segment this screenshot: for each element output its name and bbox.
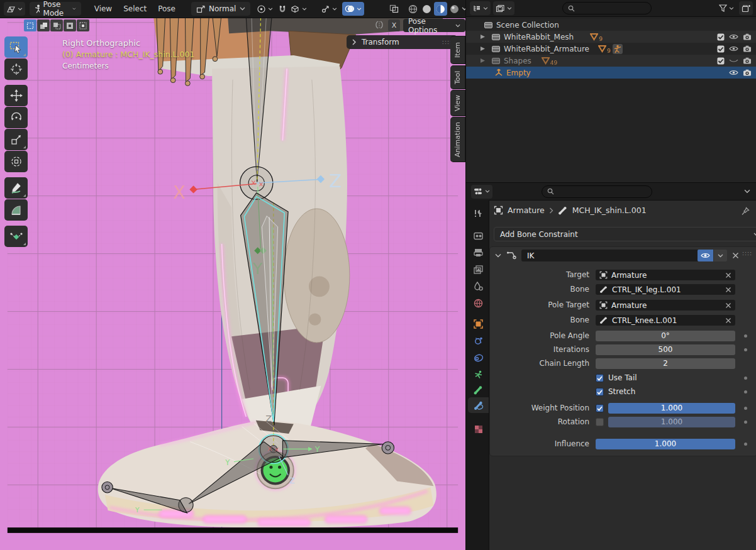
outliner-search-input[interactable] (562, 2, 652, 14)
tool-annotate[interactable] (4, 177, 28, 199)
toggle-xray-button[interactable] (387, 2, 401, 16)
pivot-point-button[interactable] (254, 2, 275, 16)
eye-icon[interactable] (729, 45, 738, 52)
tab-bone[interactable] (468, 382, 489, 398)
rotation-checkbox[interactable] (596, 418, 604, 426)
properties-search-input[interactable] (542, 185, 652, 198)
tool-rotate[interactable] (4, 107, 28, 128)
tab-world[interactable] (468, 295, 489, 311)
menu-select[interactable]: Select (118, 4, 152, 13)
camera-icon[interactable] (743, 45, 752, 52)
shading-solid-button[interactable] (420, 2, 433, 16)
transform-orientation-dropdown[interactable]: Normal (191, 2, 250, 16)
chain-length-input[interactable]: 2 (596, 358, 735, 369)
select-mode-new[interactable] (24, 19, 36, 31)
pole-target-field[interactable]: Armature (596, 300, 735, 311)
breadcrumb-object[interactable]: Armature (508, 206, 545, 215)
camera-icon[interactable] (743, 57, 752, 64)
decorator-dot[interactable] (744, 377, 747, 380)
mirror-x-toggle[interactable]: X (388, 19, 400, 31)
sidebar-tab-animation[interactable]: Animation (450, 117, 465, 162)
eye-closed-icon[interactable] (729, 57, 738, 64)
shading-wireframe-button[interactable] (406, 2, 420, 16)
tool-scale[interactable] (4, 129, 28, 150)
checkbox-checked-icon[interactable] (717, 57, 725, 65)
constraint-enable-eye-toggle[interactable] (698, 250, 713, 261)
outliner-row-whiterabbit-mesh[interactable]: WhiteRabbit_Mesh 9 (466, 31, 756, 43)
constraint-extras-dropdown[interactable] (714, 250, 727, 261)
influence-slider[interactable]: 1.000 (596, 439, 735, 449)
tool-pose-breakdowner[interactable] (4, 226, 28, 247)
pole-bone-field[interactable]: CTRL_knee.L.001 (596, 315, 735, 326)
target-field[interactable]: Armature (596, 270, 735, 280)
tab-output[interactable] (468, 245, 489, 260)
add-bone-constraint-dropdown[interactable]: Add Bone Constraint (494, 227, 756, 241)
tab-texture[interactable] (468, 421, 489, 437)
clear-icon[interactable] (725, 317, 731, 324)
stretch-checkbox[interactable] (596, 388, 604, 396)
shading-material-button[interactable] (434, 2, 447, 16)
select-mode-subtract[interactable] (50, 19, 63, 31)
tool-cursor[interactable] (4, 58, 28, 80)
use-tail-checkbox[interactable] (596, 374, 604, 382)
weight-position-checkbox[interactable] (596, 404, 604, 412)
pole-angle-input[interactable]: 0° (596, 331, 735, 341)
tool-select-box[interactable] (4, 36, 28, 58)
sidebar-tab-tool[interactable]: Tool (450, 65, 465, 89)
viewport-3d[interactable]: X Z Y (0, 18, 465, 550)
checkbox-checked-icon[interactable] (717, 45, 725, 53)
new-collection-button[interactable] (739, 1, 753, 15)
menu-view[interactable]: View (89, 4, 118, 13)
breadcrumb-bone[interactable]: MCH_IK_shin.L.001 (572, 206, 647, 215)
eye-icon[interactable] (729, 69, 738, 76)
disclosure-triangle-icon[interactable] (480, 58, 486, 63)
decorator-dot[interactable] (744, 407, 747, 410)
disclosure-triangle-icon[interactable] (480, 34, 486, 40)
tab-object[interactable] (468, 316, 489, 332)
iterations-input[interactable]: 500 (596, 344, 735, 355)
weight-position-slider[interactable]: 1.000 (608, 403, 735, 414)
transform-panel-header[interactable]: Transform :::: (347, 35, 457, 49)
outliner-row-scene-collection[interactable]: Scene Collection (466, 19, 756, 31)
outliner-filter-button[interactable] (716, 1, 737, 15)
editor-type-button[interactable] (4, 2, 25, 16)
disclosure-triangle-icon[interactable] (480, 46, 486, 52)
pin-icon[interactable] (741, 207, 750, 216)
select-mode-extend[interactable] (37, 19, 50, 31)
checkbox-checked-icon[interactable] (717, 33, 725, 41)
camera-icon[interactable] (743, 69, 752, 76)
rotation-slider[interactable]: 1.000 (608, 417, 735, 427)
select-mode-intersect[interactable] (77, 19, 89, 31)
tab-physics[interactable] (468, 333, 489, 349)
outliner-display-mode-button[interactable] (493, 1, 514, 15)
tab-view-layer[interactable] (468, 261, 489, 277)
tool-move[interactable] (4, 85, 28, 106)
outliner-editor-type-button[interactable] (470, 1, 491, 15)
decorator-dot[interactable] (744, 348, 747, 351)
snap-settings-button[interactable] (288, 2, 309, 16)
snap-toggle-button[interactable] (277, 2, 288, 16)
tab-bone-constraint[interactable] (468, 397, 489, 413)
mode-selector[interactable]: Pose Mode (30, 2, 81, 16)
show-overlays-toggle[interactable] (342, 2, 364, 16)
eye-icon[interactable] (729, 33, 738, 40)
clear-icon[interactable] (725, 302, 731, 309)
outliner-row-empty[interactable]: Empty (466, 67, 756, 79)
decorator-dot[interactable] (744, 443, 747, 446)
clear-icon[interactable] (725, 272, 731, 278)
camera-icon[interactable] (743, 33, 752, 40)
chevron-down-icon[interactable] (744, 189, 750, 194)
collapse-chevron-icon[interactable] (495, 253, 501, 258)
clear-icon[interactable] (725, 287, 731, 293)
tab-scene[interactable] (468, 278, 489, 294)
shading-rendered-button[interactable] (448, 2, 461, 16)
sidebar-tab-view[interactable]: View (450, 90, 465, 116)
tab-tool[interactable] (468, 206, 489, 221)
tab-object-constraints[interactable] (468, 350, 489, 366)
tab-render[interactable] (468, 228, 489, 243)
bone-field[interactable]: CTRL_IK_leg.L.001 (596, 284, 735, 295)
sidebar-tab-item[interactable]: Item (450, 36, 465, 64)
properties-editor-type-button[interactable] (471, 185, 492, 199)
constraint-name-field[interactable]: IK (521, 250, 708, 261)
decorator-dot[interactable] (744, 334, 747, 338)
